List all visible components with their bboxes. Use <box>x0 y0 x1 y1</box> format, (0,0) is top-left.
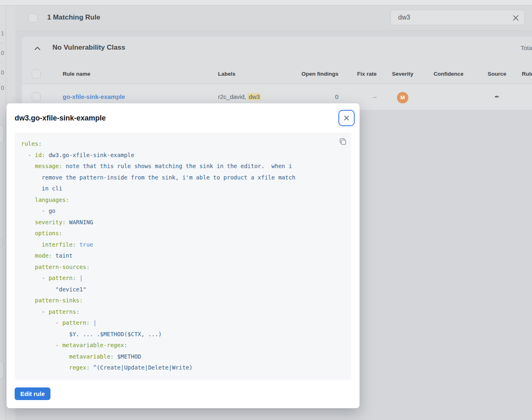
close-icon <box>343 115 350 121</box>
group-select-checkbox[interactable] <box>32 70 41 79</box>
modal-title: dw3.go-xfile-sink-example <box>15 114 106 122</box>
col-confidence: Confidence <box>434 70 464 78</box>
top-strip <box>0 0 532 6</box>
row-open-findings: 0 <box>285 92 338 102</box>
code-line: remove the pattern-inside from the sink,… <box>21 172 345 184</box>
rail-divider <box>0 62 3 63</box>
code-line: regex: ^(Create|Update|Delete|Write) <box>21 362 345 374</box>
code-line: pattern-sources: <box>21 262 345 273</box>
code-line: - id: dw3.go-xfile-sink-example <box>21 150 345 161</box>
code-line: rules: <box>21 138 345 150</box>
clipped-sidebar-button <box>0 361 4 379</box>
col-labels: Labels <box>218 70 235 78</box>
matching-rules-header: 1 Matching Rule <box>15 6 532 31</box>
rail-count: 0 <box>0 84 4 92</box>
label-highlight: dw3 <box>248 93 261 100</box>
code-line: message: note that this rule shows match… <box>21 161 345 172</box>
close-button[interactable] <box>338 110 355 126</box>
code-line: options: <box>21 228 345 239</box>
clipped-sidebar-button <box>0 125 4 143</box>
row-checkbox[interactable] <box>32 92 41 101</box>
rail-divider-line <box>6 6 6 420</box>
code-line: - pattern: | <box>21 273 345 284</box>
code-line: metavariable: $METHOD <box>21 351 345 363</box>
code-line: interfile: true <box>21 239 345 251</box>
code-line: in cli <box>21 183 345 195</box>
rule-search-box <box>390 10 525 25</box>
code-line: - go <box>21 206 345 217</box>
col-rule: Rule <box>522 70 532 78</box>
rule-name-link[interactable]: go-xfile-sink-example <box>63 93 125 100</box>
pen-source-icon: ✒ <box>486 92 508 102</box>
code-line: - pattern: | <box>21 317 345 329</box>
row-fix-rate: – <box>346 92 377 102</box>
matching-rules-title: 1 Matching Rule <box>47 13 100 22</box>
rule-detail-modal: dw3.go-xfile-sink-example rules: - id: d… <box>7 103 360 408</box>
clipped-sidebar-circle <box>0 237 3 249</box>
col-severity: Severity <box>390 70 416 78</box>
select-all-checkbox[interactable] <box>28 13 37 22</box>
rail-divider <box>0 43 3 43</box>
code-line: - patterns: <box>21 306 345 318</box>
vulnerability-class-group: No Vulnerability Class Total Rule name L… <box>22 37 532 110</box>
code-line: pattern-sinks: <box>21 295 345 306</box>
rail-count: 0 <box>0 49 4 57</box>
code-line: severity: WARNING <box>21 217 345 228</box>
code-line: "device1" <box>21 284 345 295</box>
code-line: $Y. ... .$METHOD($CTX, ...) <box>21 329 345 340</box>
rail-count: 1 <box>0 30 4 37</box>
col-rule-name: Rule name <box>63 70 90 78</box>
total-label: Total <box>521 44 532 51</box>
rule-search-input[interactable] <box>391 10 524 25</box>
rail-count: 0 <box>0 69 4 76</box>
edit-rule-button[interactable]: Edit rule <box>15 387 50 400</box>
screen: 1 0 0 0 1 Matching Rule No Vulnerability… <box>0 0 532 420</box>
col-source: Source <box>486 70 508 78</box>
col-open-findings: Open findings <box>285 70 338 78</box>
collapse-chevron-icon[interactable] <box>34 45 41 50</box>
row-labels: r2c_david, dw3 <box>218 92 261 102</box>
code-line: - metavariable-regex: <box>21 340 345 351</box>
copy-icon[interactable] <box>338 138 347 146</box>
code-block-lines: rules: - id: dw3.go-xfile-sink-example m… <box>21 138 345 374</box>
code-line: languages: <box>21 195 345 206</box>
group-title: No Vulnerability Class <box>52 44 125 52</box>
col-fix-rate: Fix rate <box>346 70 377 78</box>
labels-text: r2c_david, <box>218 93 248 100</box>
rule-yaml-code-block: rules: - id: dw3.go-xfile-sink-example m… <box>15 133 351 380</box>
code-line: mode: taint <box>21 250 345 262</box>
search-clear-icon[interactable] <box>512 14 519 22</box>
severity-medium-badge: M <box>397 92 408 103</box>
